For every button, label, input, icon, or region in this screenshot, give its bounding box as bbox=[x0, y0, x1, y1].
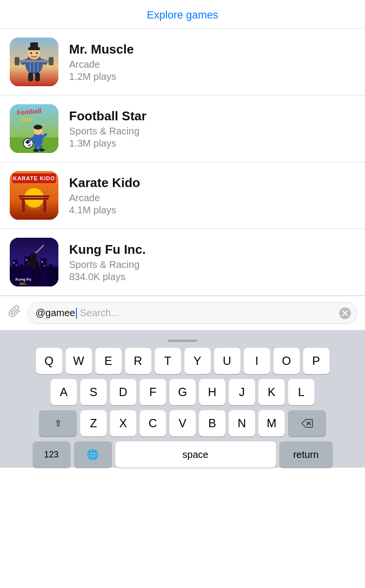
key-x[interactable]: X bbox=[110, 410, 136, 436]
game-item-football-star[interactable]: Football Star bbox=[0, 95, 365, 162]
key-p[interactable]: P bbox=[303, 348, 329, 374]
svg-text:INC.: INC. bbox=[19, 282, 27, 286]
svg-rect-7 bbox=[49, 57, 54, 65]
game-thumb-football-star: Football Star bbox=[10, 104, 58, 153]
svg-rect-52 bbox=[26, 259, 27, 261]
key-z[interactable]: Z bbox=[80, 410, 107, 436]
game-plays-mr-muscle: 1.2M plays bbox=[69, 71, 134, 82]
svg-text:KARATE KIDO: KARATE KIDO bbox=[13, 175, 55, 181]
key-n[interactable]: N bbox=[229, 410, 255, 436]
key-l[interactable]: L bbox=[288, 379, 314, 405]
keyboard-row-1: Q W E R T Y U I O P bbox=[0, 348, 365, 374]
space-key[interactable]: space bbox=[115, 441, 276, 468]
game-info-kung-fu-inc: Kung Fu Inc. Sports & Racing 834.0K play… bbox=[69, 242, 146, 283]
key-j[interactable]: J bbox=[229, 379, 255, 405]
key-v[interactable]: V bbox=[169, 410, 196, 436]
keyboard-row-2: A S D F G H J K L bbox=[0, 379, 365, 405]
game-title-mr-muscle: Mr. Muscle bbox=[69, 42, 134, 57]
game-genre-football-star: Sports & Racing bbox=[69, 126, 146, 137]
search-clear-button[interactable] bbox=[339, 307, 351, 319]
return-key[interactable]: return bbox=[279, 441, 333, 468]
key-d[interactable]: D bbox=[110, 379, 136, 405]
game-item-mr-muscle[interactable]: Mr. Muscle Arcade 1.2M plays bbox=[0, 29, 365, 95]
svg-rect-5 bbox=[17, 60, 52, 62]
svg-rect-44 bbox=[12, 260, 18, 286]
explore-games-link[interactable]: Explore games bbox=[147, 9, 219, 21]
svg-point-26 bbox=[33, 149, 39, 152]
game-list: Mr. Muscle Arcade 1.2M plays Football bbox=[0, 29, 365, 296]
attach-icon[interactable] bbox=[8, 304, 22, 322]
key-k[interactable]: K bbox=[258, 379, 285, 405]
game-info-mr-muscle: Mr. Muscle Arcade 1.2M plays bbox=[69, 42, 134, 82]
keyboard-handle bbox=[0, 335, 365, 344]
key-g[interactable]: G bbox=[169, 379, 196, 405]
key-f[interactable]: F bbox=[140, 379, 166, 405]
svg-rect-54 bbox=[41, 261, 43, 263]
svg-text:Kung Fu: Kung Fu bbox=[16, 277, 32, 282]
key-w[interactable]: W bbox=[66, 348, 92, 374]
svg-rect-36 bbox=[19, 198, 49, 200]
svg-point-16 bbox=[36, 52, 38, 54]
key-m[interactable]: M bbox=[258, 410, 285, 436]
globe-key[interactable]: 🌐 bbox=[74, 441, 112, 468]
game-info-football-star: Football Star Sports & Racing 1.3M plays bbox=[69, 109, 146, 149]
game-thumb-kung-fu-inc: Kung Fu INC. bbox=[10, 238, 58, 286]
key-a[interactable]: A bbox=[51, 379, 77, 405]
key-y[interactable]: Y bbox=[184, 348, 211, 374]
num-key[interactable]: 123 bbox=[33, 441, 71, 468]
game-thumb-karate-kido: KARATE KIDO bbox=[10, 171, 58, 220]
keyboard-handle-bar bbox=[168, 340, 197, 342]
key-q[interactable]: Q bbox=[36, 348, 62, 374]
game-plays-football-star: 1.3M plays bbox=[69, 138, 146, 149]
svg-rect-6 bbox=[15, 57, 19, 65]
keyboard-row-4: 123 🌐 space return bbox=[0, 441, 365, 468]
svg-rect-59 bbox=[35, 251, 37, 253]
game-genre-kung-fu-inc: Sports & Racing bbox=[69, 259, 146, 270]
svg-point-15 bbox=[30, 52, 32, 54]
game-plays-karate-kido: 4.1M plays bbox=[69, 205, 140, 216]
key-b[interactable]: B bbox=[199, 410, 225, 436]
svg-point-57 bbox=[29, 257, 37, 269]
explore-header: Explore games bbox=[0, 0, 365, 29]
key-h[interactable]: H bbox=[199, 379, 225, 405]
svg-rect-49 bbox=[49, 265, 53, 286]
game-plays-kung-fu-inc: 834.0K plays bbox=[69, 271, 146, 283]
svg-point-23 bbox=[34, 125, 42, 130]
svg-rect-55 bbox=[44, 265, 45, 266]
game-genre-karate-kido: Arcade bbox=[69, 192, 140, 204]
svg-rect-39 bbox=[43, 200, 46, 212]
search-box[interactable]: @gamee Search... bbox=[27, 302, 357, 324]
game-item-kung-fu-inc[interactable]: Kung Fu INC. Kung Fu Inc. Sports & Racin… bbox=[0, 229, 365, 296]
game-title-kung-fu-inc: Kung Fu Inc. bbox=[69, 242, 146, 257]
game-genre-mr-muscle: Arcade bbox=[69, 59, 134, 70]
search-placeholder: Search... bbox=[80, 307, 119, 319]
shift-key[interactable]: ⇧ bbox=[39, 410, 77, 436]
svg-rect-14 bbox=[30, 42, 38, 48]
search-cursor bbox=[76, 308, 77, 319]
svg-rect-37 bbox=[18, 195, 50, 197]
svg-rect-9 bbox=[35, 73, 40, 81]
key-t[interactable]: T bbox=[155, 348, 181, 374]
keyboard: Q W E R T Y U I O P A S D F G H J K L ⇧ … bbox=[0, 330, 365, 468]
key-s[interactable]: S bbox=[80, 379, 107, 405]
key-i[interactable]: I bbox=[244, 348, 270, 374]
game-thumb-mr-muscle bbox=[10, 38, 58, 86]
search-prefix: @gamee bbox=[36, 307, 75, 319]
backspace-key[interactable] bbox=[288, 410, 326, 436]
svg-text:Star: Star bbox=[20, 115, 33, 123]
game-title-football-star: Football Star bbox=[69, 109, 146, 124]
key-o[interactable]: O bbox=[274, 348, 300, 374]
svg-rect-38 bbox=[22, 200, 25, 212]
key-u[interactable]: U bbox=[214, 348, 240, 374]
game-info-karate-kido: Karate Kido Arcade 4.1M plays bbox=[69, 175, 140, 216]
svg-rect-50 bbox=[13, 262, 15, 264]
game-title-karate-kido: Karate Kido bbox=[69, 175, 140, 190]
key-e[interactable]: E bbox=[95, 348, 122, 374]
game-item-karate-kido[interactable]: KARATE KIDO Karate Kido Arcade 4.1M play… bbox=[0, 162, 365, 229]
svg-rect-48 bbox=[40, 258, 47, 286]
key-c[interactable]: C bbox=[140, 410, 166, 436]
svg-rect-8 bbox=[28, 73, 33, 81]
svg-point-27 bbox=[39, 149, 45, 152]
key-r[interactable]: R bbox=[125, 348, 151, 374]
svg-rect-51 bbox=[16, 265, 17, 266]
